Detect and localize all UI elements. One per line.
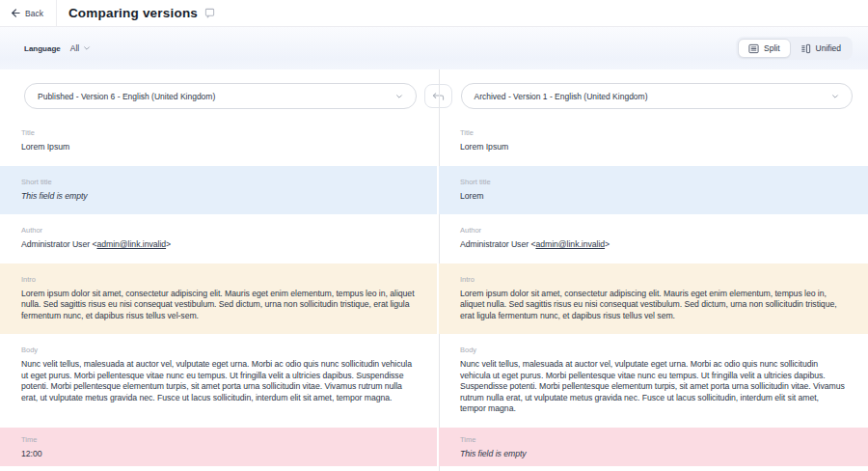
field-value-empty: This field is empty <box>460 449 847 460</box>
field-label: Title <box>460 128 847 137</box>
diff-cell-right: Intro Lorem ipsum dolor sit amet, consec… <box>439 263 868 335</box>
right-version-value: Archived - Version 1 - English (United K… <box>475 92 648 101</box>
chevron-down-icon <box>831 93 839 100</box>
diff-row-time: Time 12:00 Time This field is empty <box>0 428 868 467</box>
version-selector-row: Published - Version 6 - English (United … <box>0 69 868 117</box>
diff-cell-right: Title Lorem Ipsum <box>439 117 868 166</box>
diff-row-intro: Intro Lorem ipsum dolor sit amet, consec… <box>0 263 868 335</box>
field-value: Lorem Ipsum <box>21 142 418 153</box>
diff-row-title: Title Lorem Ipsum Title Lorem Ipsum <box>0 117 868 166</box>
left-version-select[interactable]: Published - Version 6 - English (United … <box>24 83 417 109</box>
diff-cell-left: Intro Lorem ipsum dolor sit amet, consec… <box>0 263 439 335</box>
author-suffix: > <box>166 239 171 249</box>
field-label: Time <box>460 435 847 444</box>
diff-row-author: Author Administrator User <admin@link.in… <box>0 214 868 263</box>
toolbar: Language All Split <box>0 27 868 69</box>
field-value: Lorem <box>460 191 847 203</box>
field-label: Author <box>460 226 847 235</box>
diff-cell-left: Author Administrator User <admin@link.in… <box>0 214 439 263</box>
language-label: Language <box>24 44 61 53</box>
page-title: Comparing versions <box>68 6 198 20</box>
diff-cell-right: Body Nunc velit tellus, malesuada at auc… <box>439 334 868 428</box>
diff-cell-right: Time This field is empty <box>439 428 868 467</box>
language-group: Language All <box>24 43 91 53</box>
field-label: Short title <box>21 178 416 186</box>
back-arrow-icon <box>10 8 20 18</box>
field-label: Title <box>21 128 418 137</box>
field-label: Time <box>21 435 416 444</box>
author-email-link[interactable]: admin@link.invalid <box>535 239 605 249</box>
field-value: Nunc velit tellus, malesuada at auctor v… <box>21 359 418 403</box>
split-view-icon <box>748 43 759 54</box>
view-toggle: Split Unified <box>736 37 853 60</box>
diff-cell-right: Short title Lorem <box>439 166 868 215</box>
split-view-label: Split <box>764 43 780 53</box>
author-prefix: Administrator User < <box>460 239 535 249</box>
diff-cell-left: Body Nunc velit tellus, malesuada at auc… <box>0 334 439 428</box>
field-label: Body <box>460 346 847 354</box>
field-value: Lorem ipsum dolor sit amet, consectetur … <box>21 289 416 322</box>
author-suffix: > <box>605 239 610 249</box>
diff-row-short-title: Short title This field is empty Short ti… <box>0 166 868 215</box>
unified-view-icon <box>800 43 811 54</box>
page-title-wrap: Comparing versions <box>57 0 215 26</box>
field-value: Lorem ipsum dolor sit amet, consectetur … <box>460 289 847 322</box>
field-value-empty: This field is empty <box>21 191 416 203</box>
diff-cell-left: Time 12:00 <box>0 428 439 467</box>
back-button[interactable]: Back <box>0 0 57 26</box>
author-email-link[interactable]: admin@link.invalid <box>96 239 166 249</box>
field-label: Intro <box>460 275 847 284</box>
diff-cell-right: Author Administrator User <admin@link.in… <box>439 214 868 263</box>
chevron-down-icon <box>395 93 403 100</box>
split-view-button[interactable]: Split <box>738 39 791 58</box>
field-label: Body <box>21 346 418 354</box>
back-label: Back <box>25 9 43 18</box>
diff-row-body: Body Nunc velit tellus, malesuada at auc… <box>0 334 868 428</box>
field-label: Author <box>21 226 418 235</box>
left-version-value: Published - Version 6 - English (United … <box>38 92 215 101</box>
field-value: Nunc velit tellus, malesuada at auctor v… <box>460 359 847 415</box>
language-value: All <box>70 43 79 53</box>
chevron-down-icon <box>83 44 91 52</box>
right-version-select[interactable]: Archived - Version 1 - English (United K… <box>461 83 854 109</box>
field-label: Intro <box>21 275 416 284</box>
field-value: 12:00 <box>21 449 416 460</box>
field-value: Administrator User <admin@link.invalid> <box>460 239 847 251</box>
diff-cell-left: Short title This field is empty <box>0 166 439 215</box>
comment-icon[interactable] <box>204 8 215 18</box>
comparison-area: Published - Version 6 - English (United … <box>0 69 868 471</box>
diff-cell-left: Title Lorem Ipsum <box>0 117 439 166</box>
unified-view-button[interactable]: Unified <box>791 39 851 58</box>
top-bar: Back Comparing versions <box>0 0 868 27</box>
field-value: Lorem Ipsum <box>460 142 847 153</box>
unified-view-label: Unified <box>816 43 841 53</box>
field-value: Administrator User <admin@link.invalid> <box>21 239 418 251</box>
author-prefix: Administrator User < <box>21 239 96 249</box>
language-dropdown[interactable]: All <box>70 43 91 53</box>
field-label: Short title <box>460 178 847 186</box>
